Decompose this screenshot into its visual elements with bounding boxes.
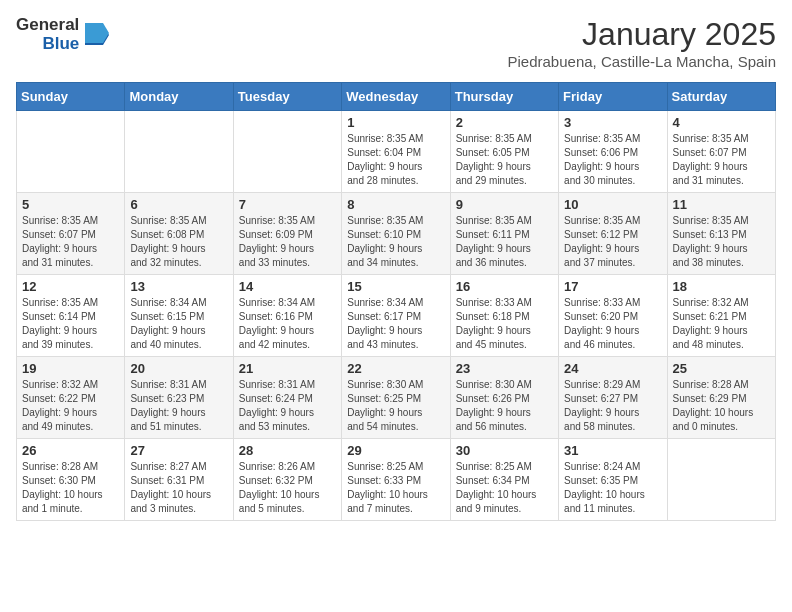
day-info: Sunrise: 8:34 AM Sunset: 6:16 PM Dayligh… [239,296,336,352]
day-cell-17: 17Sunrise: 8:33 AM Sunset: 6:20 PM Dayli… [559,275,667,357]
day-cell-2: 2Sunrise: 8:35 AM Sunset: 6:05 PM Daylig… [450,111,558,193]
day-info: Sunrise: 8:35 AM Sunset: 6:13 PM Dayligh… [673,214,770,270]
day-info: Sunrise: 8:35 AM Sunset: 6:07 PM Dayligh… [22,214,119,270]
day-info: Sunrise: 8:35 AM Sunset: 6:09 PM Dayligh… [239,214,336,270]
weekday-header-row: SundayMondayTuesdayWednesdayThursdayFrid… [17,83,776,111]
empty-cell [17,111,125,193]
day-number: 10 [564,197,661,212]
day-info: Sunrise: 8:35 AM Sunset: 6:14 PM Dayligh… [22,296,119,352]
day-info: Sunrise: 8:33 AM Sunset: 6:20 PM Dayligh… [564,296,661,352]
calendar-title: January 2025 [508,16,777,53]
day-cell-28: 28Sunrise: 8:26 AM Sunset: 6:32 PM Dayli… [233,439,341,521]
day-info: Sunrise: 8:33 AM Sunset: 6:18 PM Dayligh… [456,296,553,352]
day-info: Sunrise: 8:24 AM Sunset: 6:35 PM Dayligh… [564,460,661,516]
day-cell-30: 30Sunrise: 8:25 AM Sunset: 6:34 PM Dayli… [450,439,558,521]
week-row-2: 5Sunrise: 8:35 AM Sunset: 6:07 PM Daylig… [17,193,776,275]
day-cell-3: 3Sunrise: 8:35 AM Sunset: 6:06 PM Daylig… [559,111,667,193]
day-number: 24 [564,361,661,376]
day-cell-15: 15Sunrise: 8:34 AM Sunset: 6:17 PM Dayli… [342,275,450,357]
day-info: Sunrise: 8:26 AM Sunset: 6:32 PM Dayligh… [239,460,336,516]
day-info: Sunrise: 8:31 AM Sunset: 6:24 PM Dayligh… [239,378,336,434]
logo-blue: Blue [42,35,79,54]
day-cell-16: 16Sunrise: 8:33 AM Sunset: 6:18 PM Dayli… [450,275,558,357]
day-cell-13: 13Sunrise: 8:34 AM Sunset: 6:15 PM Dayli… [125,275,233,357]
day-info: Sunrise: 8:30 AM Sunset: 6:25 PM Dayligh… [347,378,444,434]
weekday-header-friday: Friday [559,83,667,111]
day-number: 27 [130,443,227,458]
week-row-5: 26Sunrise: 8:28 AM Sunset: 6:30 PM Dayli… [17,439,776,521]
day-info: Sunrise: 8:35 AM Sunset: 6:08 PM Dayligh… [130,214,227,270]
weekday-header-sunday: Sunday [17,83,125,111]
day-number: 19 [22,361,119,376]
day-info: Sunrise: 8:35 AM Sunset: 6:11 PM Dayligh… [456,214,553,270]
empty-cell [667,439,775,521]
day-number: 21 [239,361,336,376]
day-number: 28 [239,443,336,458]
weekday-header-saturday: Saturday [667,83,775,111]
day-number: 11 [673,197,770,212]
day-info: Sunrise: 8:31 AM Sunset: 6:23 PM Dayligh… [130,378,227,434]
day-number: 4 [673,115,770,130]
day-cell-14: 14Sunrise: 8:34 AM Sunset: 6:16 PM Dayli… [233,275,341,357]
day-info: Sunrise: 8:35 AM Sunset: 6:10 PM Dayligh… [347,214,444,270]
day-number: 1 [347,115,444,130]
day-number: 31 [564,443,661,458]
day-cell-6: 6Sunrise: 8:35 AM Sunset: 6:08 PM Daylig… [125,193,233,275]
day-number: 7 [239,197,336,212]
day-info: Sunrise: 8:28 AM Sunset: 6:29 PM Dayligh… [673,378,770,434]
day-number: 30 [456,443,553,458]
day-number: 16 [456,279,553,294]
day-cell-5: 5Sunrise: 8:35 AM Sunset: 6:07 PM Daylig… [17,193,125,275]
calendar-subtitle: Piedrabuena, Castille-La Mancha, Spain [508,53,777,70]
day-number: 5 [22,197,119,212]
day-cell-4: 4Sunrise: 8:35 AM Sunset: 6:07 PM Daylig… [667,111,775,193]
day-cell-23: 23Sunrise: 8:30 AM Sunset: 6:26 PM Dayli… [450,357,558,439]
day-cell-31: 31Sunrise: 8:24 AM Sunset: 6:35 PM Dayli… [559,439,667,521]
day-info: Sunrise: 8:35 AM Sunset: 6:12 PM Dayligh… [564,214,661,270]
day-cell-8: 8Sunrise: 8:35 AM Sunset: 6:10 PM Daylig… [342,193,450,275]
day-cell-27: 27Sunrise: 8:27 AM Sunset: 6:31 PM Dayli… [125,439,233,521]
logo-icon [85,21,109,49]
day-cell-9: 9Sunrise: 8:35 AM Sunset: 6:11 PM Daylig… [450,193,558,275]
day-cell-19: 19Sunrise: 8:32 AM Sunset: 6:22 PM Dayli… [17,357,125,439]
day-info: Sunrise: 8:28 AM Sunset: 6:30 PM Dayligh… [22,460,119,516]
day-cell-22: 22Sunrise: 8:30 AM Sunset: 6:25 PM Dayli… [342,357,450,439]
weekday-header-thursday: Thursday [450,83,558,111]
day-info: Sunrise: 8:30 AM Sunset: 6:26 PM Dayligh… [456,378,553,434]
day-cell-29: 29Sunrise: 8:25 AM Sunset: 6:33 PM Dayli… [342,439,450,521]
day-info: Sunrise: 8:32 AM Sunset: 6:21 PM Dayligh… [673,296,770,352]
day-number: 22 [347,361,444,376]
day-number: 26 [22,443,119,458]
day-info: Sunrise: 8:34 AM Sunset: 6:17 PM Dayligh… [347,296,444,352]
day-info: Sunrise: 8:35 AM Sunset: 6:06 PM Dayligh… [564,132,661,188]
day-number: 3 [564,115,661,130]
day-cell-21: 21Sunrise: 8:31 AM Sunset: 6:24 PM Dayli… [233,357,341,439]
page-header: General Blue January 2025 Piedrabuena, C… [16,16,776,70]
logo-general: General [16,16,79,35]
title-area: January 2025 Piedrabuena, Castille-La Ma… [508,16,777,70]
day-info: Sunrise: 8:35 AM Sunset: 6:05 PM Dayligh… [456,132,553,188]
day-info: Sunrise: 8:35 AM Sunset: 6:04 PM Dayligh… [347,132,444,188]
day-number: 20 [130,361,227,376]
day-number: 9 [456,197,553,212]
day-cell-12: 12Sunrise: 8:35 AM Sunset: 6:14 PM Dayli… [17,275,125,357]
day-number: 29 [347,443,444,458]
empty-cell [233,111,341,193]
day-cell-11: 11Sunrise: 8:35 AM Sunset: 6:13 PM Dayli… [667,193,775,275]
week-row-1: 1Sunrise: 8:35 AM Sunset: 6:04 PM Daylig… [17,111,776,193]
week-row-3: 12Sunrise: 8:35 AM Sunset: 6:14 PM Dayli… [17,275,776,357]
day-cell-25: 25Sunrise: 8:28 AM Sunset: 6:29 PM Dayli… [667,357,775,439]
day-number: 13 [130,279,227,294]
weekday-header-wednesday: Wednesday [342,83,450,111]
day-cell-7: 7Sunrise: 8:35 AM Sunset: 6:09 PM Daylig… [233,193,341,275]
day-number: 17 [564,279,661,294]
day-number: 6 [130,197,227,212]
day-number: 23 [456,361,553,376]
day-cell-18: 18Sunrise: 8:32 AM Sunset: 6:21 PM Dayli… [667,275,775,357]
day-number: 25 [673,361,770,376]
weekday-header-tuesday: Tuesday [233,83,341,111]
empty-cell [125,111,233,193]
day-cell-26: 26Sunrise: 8:28 AM Sunset: 6:30 PM Dayli… [17,439,125,521]
day-info: Sunrise: 8:27 AM Sunset: 6:31 PM Dayligh… [130,460,227,516]
day-number: 14 [239,279,336,294]
